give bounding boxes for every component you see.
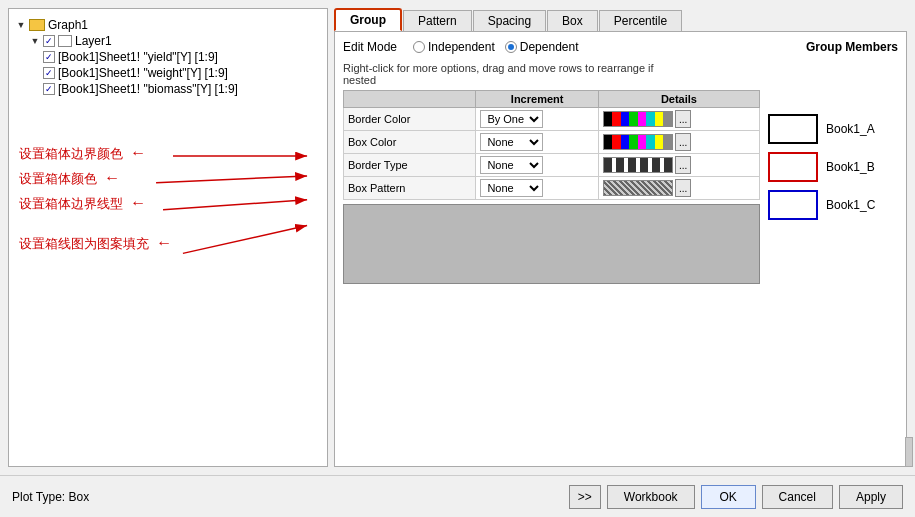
workbook-button[interactable]: Workbook: [607, 485, 695, 509]
radio-group-edit-mode: Independent Dependent: [413, 40, 578, 54]
select-border-type-increment[interactable]: None By One: [480, 156, 543, 174]
prop-border-color: Border Color: [344, 108, 476, 131]
tree-label-biomass: [Book1]Sheet1! "biomass"[Y] [1:9]: [58, 82, 238, 96]
tab-spacing[interactable]: Spacing: [473, 10, 546, 31]
details-btn-border-type[interactable]: ...: [675, 156, 691, 174]
stripe-blue-2: [621, 135, 630, 149]
tabs-row: Group Pattern Spacing Box Percentile: [334, 8, 907, 31]
member-item-a[interactable]: Book1_A: [768, 114, 898, 144]
tree-checkbox-biomass[interactable]: [43, 83, 55, 95]
stripe-magenta-2: [638, 135, 647, 149]
radio-independent[interactable]: Independent: [413, 40, 495, 54]
tree-item-biomass[interactable]: [Book1]Sheet1! "biomass"[Y] [1:9]: [15, 81, 321, 97]
edit-mode-label: Edit Mode: [343, 40, 397, 54]
bottom-buttons: >> Workbook OK Cancel Apply: [569, 485, 903, 509]
select-box-color-increment[interactable]: None By One: [480, 133, 543, 151]
arrow-button[interactable]: >>: [569, 485, 601, 509]
stripe-black-2: [604, 135, 613, 149]
tab-group[interactable]: Group: [334, 8, 402, 31]
select-border-color-increment[interactable]: By One None: [480, 110, 543, 128]
stripe-green: [629, 112, 638, 126]
tree-item-layer1[interactable]: ▼ Layer1: [15, 33, 321, 49]
cancel-button[interactable]: Cancel: [762, 485, 833, 509]
stripe-red: [612, 112, 621, 126]
tree-checkbox-yield[interactable]: [43, 51, 55, 63]
stripe-yellow-2: [655, 135, 664, 149]
main-content-row: Increment Details Border Color: [343, 90, 898, 458]
member-item-c[interactable]: Book1_C: [768, 190, 898, 220]
folder-icon: [29, 19, 45, 31]
tree-toggle-graph1[interactable]: ▼: [15, 19, 27, 31]
increment-box-pattern: None By One: [476, 177, 598, 200]
stripe-red-2: [612, 135, 621, 149]
tab-box[interactable]: Box: [547, 10, 598, 31]
radio-label-dependent: Dependent: [520, 40, 579, 54]
table-row: Box Color None By One: [344, 131, 760, 154]
tree-checkbox-weight[interactable]: [43, 67, 55, 79]
prop-box-color: Box Color: [344, 131, 476, 154]
tab-content-group: Edit Mode Independent Dependent: [334, 31, 907, 467]
annotation-border-color: 设置箱体边界颜色 ←: [19, 144, 146, 163]
member-box-b: [768, 152, 818, 182]
svg-line-2: [163, 200, 307, 210]
prop-border-type: Border Type: [344, 154, 476, 177]
svg-line-1: [156, 176, 307, 183]
plot-type-label: Plot Type:: [12, 490, 65, 504]
annotation-box-color: 设置箱体颜色 ←: [19, 169, 120, 188]
tree-area: ▼ Graph1 ▼ Layer1 [Book1]Sheet1! "yield"…: [9, 9, 327, 105]
member-label-b: Book1_B: [826, 160, 875, 174]
tree-label-yield: [Book1]Sheet1! "yield"[Y] [1:9]: [58, 50, 218, 64]
details-btn-box-pattern[interactable]: ...: [675, 179, 691, 197]
prop-table: Increment Details Border Color: [343, 90, 760, 200]
tree-label-weight: [Book1]Sheet1! "weight"[Y] [1:9]: [58, 66, 228, 80]
right-panel: Group Pattern Spacing Box Percentile Edi…: [334, 8, 907, 467]
stripe-cyan-2: [646, 135, 655, 149]
radio-circle-independent[interactable]: [413, 41, 425, 53]
tree-label-layer1: Layer1: [75, 34, 112, 48]
table-row: Border Type None By One: [344, 154, 760, 177]
color-bar-box: [603, 134, 673, 150]
pattern-bar-box: [603, 180, 673, 196]
radio-dependent[interactable]: Dependent: [505, 40, 579, 54]
tree-toggle-layer1[interactable]: ▼: [29, 35, 41, 47]
member-box-a: [768, 114, 818, 144]
tree-checkbox-layer1[interactable]: [43, 35, 55, 47]
color-bar-border: [603, 111, 673, 127]
tree-item-weight[interactable]: [Book1]Sheet1! "weight"[Y] [1:9]: [15, 65, 321, 81]
col-header-increment: Increment: [476, 91, 598, 108]
annotation-box-pattern: 设置箱线图为图案填充 ←: [19, 234, 172, 253]
tab-pattern[interactable]: Pattern: [403, 10, 472, 31]
plot-type-row: Plot Type: Box: [12, 490, 89, 504]
details-border-color: ...: [598, 108, 759, 131]
plot-type-value: Box: [69, 490, 90, 504]
tab-percentile[interactable]: Percentile: [599, 10, 682, 31]
left-panel: ▼ Graph1 ▼ Layer1 [Book1]Sheet1! "yield"…: [8, 8, 328, 467]
stripe-gray-2: [663, 135, 672, 149]
table-row: Border Color By One None: [344, 108, 760, 131]
layer-icon: [58, 35, 72, 47]
table-section: Increment Details Border Color: [343, 90, 760, 458]
increment-border-type: None By One: [476, 154, 598, 177]
col-header-property: [344, 91, 476, 108]
tree-item-yield[interactable]: [Book1]Sheet1! "yield"[Y] [1:9]: [15, 49, 321, 65]
stripe-green-2: [629, 135, 638, 149]
preview-box: [343, 204, 760, 284]
radio-circle-dependent[interactable]: [505, 41, 517, 53]
apply-button[interactable]: Apply: [839, 485, 903, 509]
scrollbar-thumb[interactable]: [905, 437, 907, 467]
member-label-c: Book1_C: [826, 198, 875, 212]
prop-box-pattern: Box Pattern: [344, 177, 476, 200]
increment-border-color: By One None: [476, 108, 598, 131]
member-item-b[interactable]: Book1_B: [768, 152, 898, 182]
details-btn-box-color[interactable]: ...: [675, 133, 691, 151]
details-btn-border-color[interactable]: ...: [675, 110, 691, 128]
tree-item-graph1[interactable]: ▼ Graph1: [15, 17, 321, 33]
select-box-pattern-increment[interactable]: None By One: [480, 179, 543, 197]
details-box-color: ...: [598, 131, 759, 154]
stripe-gray: [663, 112, 672, 126]
increment-box-color: None By One: [476, 131, 598, 154]
stripe-yellow: [655, 112, 664, 126]
member-box-c: [768, 190, 818, 220]
stripe-magenta: [638, 112, 647, 126]
ok-button[interactable]: OK: [701, 485, 756, 509]
